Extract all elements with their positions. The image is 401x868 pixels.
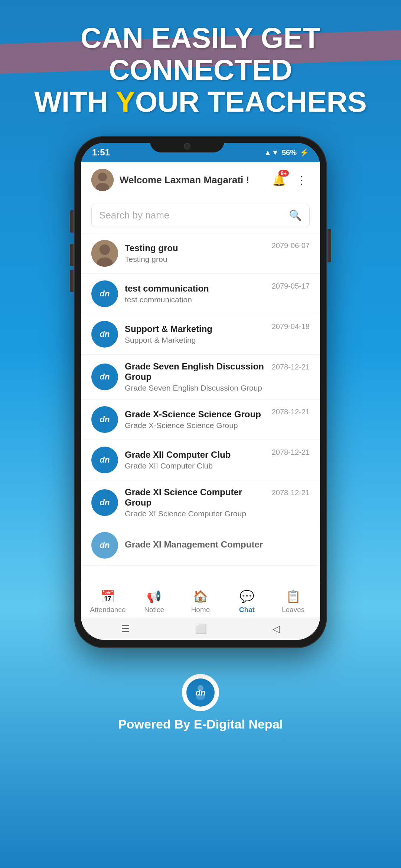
search-box[interactable]: Search by name 🔍 [91,204,310,227]
chat-info: Testing grou Testing grou [125,243,265,264]
chat-avatar: dn [91,280,118,307]
bottom-nav: 📅 Attendance 📢 Notice 🏠 Home 💬 Chat 📋 [81,584,320,618]
dn-logo: dn [91,321,118,348]
notification-badge: 9+ [278,170,289,177]
chat-item[interactable]: dn Grade XII Computer Club Grade XII Com… [81,440,320,480]
dn-logo: dn [91,280,118,307]
chat-item[interactable]: dn Grade XI Management Computer [81,525,320,566]
chat-icon: 💬 [239,589,254,604]
chat-item[interactable]: Testing grou Testing grou 2079-06-07 [81,233,320,274]
header-welcome-text: Welcome Laxman Magarati ! [120,174,264,186]
chat-name: Support & Marketing [125,324,265,334]
chat-avatar: dn [91,447,118,473]
notch-camera [184,143,190,149]
chat-date: 2079-05-17 [272,282,310,290]
chat-avatar: dn [91,321,118,348]
battery-icon: ⚡ [300,148,309,157]
status-icons: ▲▼ 56% ⚡ [264,148,309,157]
nav-item-attendance[interactable]: 📅 Attendance [85,589,131,614]
footer-text: Powered By E-Digital Nepal [7,717,394,731]
user-avatar[interactable] [91,169,114,191]
nav-item-home[interactable]: 🏠 Home [177,589,224,614]
chat-preview: Support & Marketing [125,336,265,345]
status-time: 1:51 [92,147,110,158]
chat-avatar [91,240,118,267]
footer: dn Powered By E-Digital Nepal [0,663,401,746]
chat-date: 2079-06-07 [272,241,310,250]
search-container: Search by name 🔍 [81,198,320,233]
nav-item-notice[interactable]: 📢 Notice [131,589,177,614]
chat-name: test communication [125,283,265,294]
chat-info: Grade XII Computer Club Grade XII Comput… [125,450,265,470]
nav-item-chat[interactable]: 💬 Chat [224,589,270,614]
battery-text: 56% [282,148,297,157]
status-bar: 1:51 ▲▼ 56% ⚡ [81,143,320,162]
nav-label-notice: Notice [144,606,164,614]
home-icon: 🏠 [193,589,208,604]
chat-item[interactable]: dn Support & Marketing Support & Marketi… [81,314,320,355]
chat-item[interactable]: dn Grade XI Science Computer Group Grade… [81,480,320,525]
chat-preview: Testing grou [125,255,265,264]
search-input[interactable]: Search by name [99,210,284,221]
chat-info: test communication test communication [125,283,265,304]
chat-date: 2078-12-21 [272,448,310,457]
chat-name: Grade X-Science Science Group [125,409,265,420]
banner-title: CAN EASILY GET CONNECTED WITH YOUR TEACH… [15,22,386,118]
chat-name: Grade XII Computer Club [125,450,265,460]
svg-point-9 [196,694,205,700]
dn-logo: dn [91,532,118,559]
chat-preview: Grade X-Science Science Group [125,421,265,430]
signal-icon: ▲▼ [264,148,279,157]
svg-point-4 [100,244,110,255]
dn-logo: dn [91,406,118,433]
dn-logo: dn [91,364,118,390]
nav-label-leaves: Leaves [282,606,304,614]
chat-name: Testing grou [125,243,265,253]
nav-label-attendance: Attendance [90,606,125,614]
chat-info: Support & Marketing Support & Marketing [125,324,265,345]
nav-label-chat: Chat [239,606,255,614]
phone-notch [150,143,224,152]
chat-preview: test communication [125,295,265,304]
chat-item[interactable]: dn Grade X-Science Science Group Grade X… [81,400,320,440]
system-nav: ☰ ⬜ ◁ [81,618,320,640]
chat-avatar: dn [91,532,118,559]
dn-logo: dn [91,489,118,516]
phone-screen: 1:51 ▲▼ 56% ⚡ [81,143,320,640]
chat-date: 2078-12-21 [272,489,310,497]
chat-list: Testing grou Testing grou 2079-06-07 dn … [81,233,320,584]
nav-item-leaves[interactable]: 📋 Leaves [270,589,316,614]
search-icon: 🔍 [289,209,302,221]
menu-dots-button[interactable]: ⋮ [293,174,310,186]
chat-date: 2079-04-18 [272,322,310,331]
chat-name: Grade XI Science Computer Group [125,487,265,508]
attendance-icon: 📅 [100,589,115,604]
chat-preview: Grade Seven English Discussion Group [125,384,265,392]
chat-info: Grade X-Science Science Group Grade X-Sc… [125,409,265,430]
nav-label-home: Home [191,606,210,614]
notice-icon: 📢 [147,589,162,604]
chat-name: Grade XI Management Computer [125,539,303,550]
chat-avatar: dn [91,364,118,390]
chat-item[interactable]: dn test communication test communication… [81,274,320,314]
system-home-button[interactable]: ⬜ [195,623,207,635]
phone-device: 1:51 ▲▼ 56% ⚡ [74,136,327,648]
phone-wrapper: 1:51 ▲▼ 56% ⚡ [0,125,401,663]
chat-item[interactable]: dn Grade Seven English Discussion Group … [81,355,320,400]
footer-logo: dn [182,674,219,711]
dn-logo: dn [91,447,118,473]
chat-date: 2078-12-21 [272,363,310,371]
banner: CAN EASILY GET CONNECTED WITH YOUR TEACH… [0,0,401,125]
svg-point-8 [198,685,203,691]
chat-preview: Grade XII Computer Club [125,461,265,470]
system-menu-button[interactable]: ☰ [121,623,130,635]
chat-info: Grade XI Management Computer [125,539,303,551]
chat-name: Grade Seven English Discussion Group [125,361,265,382]
app-header: Welcome Laxman Magarati ! 🔔 9+ ⋮ [81,162,320,198]
system-back-button[interactable]: ◁ [273,623,280,635]
chat-info: Grade XI Science Computer Group Grade XI… [125,487,265,518]
chat-avatar: dn [91,406,118,433]
chat-avatar: dn [91,489,118,516]
notification-bell-button[interactable]: 🔔 9+ [270,171,287,188]
leaves-icon: 📋 [286,589,301,604]
